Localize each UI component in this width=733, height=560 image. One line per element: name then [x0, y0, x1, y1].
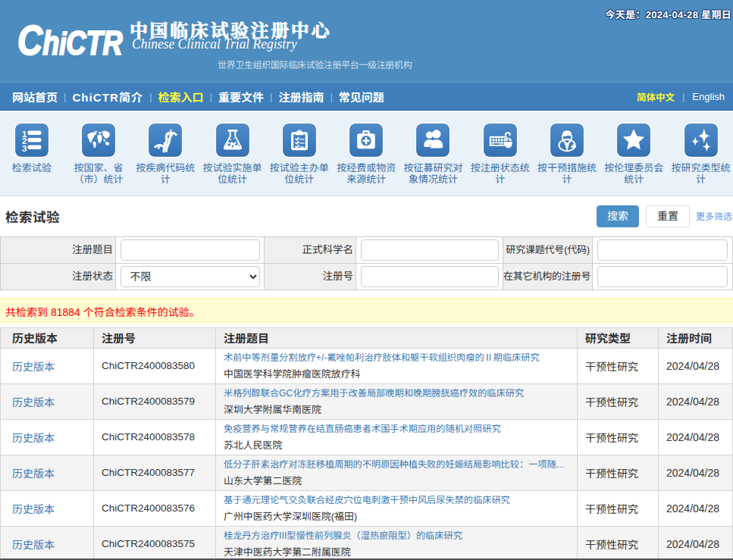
svg-text:3: 3: [22, 144, 27, 153]
